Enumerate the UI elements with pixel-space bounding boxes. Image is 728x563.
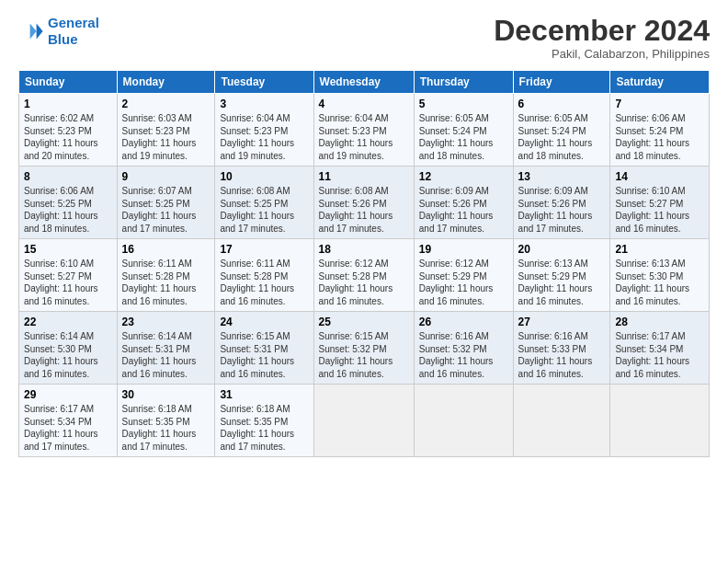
day-number: 21 [615,243,704,256]
day-detail: Sunrise: 6:11 AM Sunset: 5:28 PM Dayligh… [220,258,308,307]
day-detail: Sunrise: 6:07 AM Sunset: 5:25 PM Dayligh… [122,185,210,235]
calendar-cell [513,385,610,457]
calendar-cell: 29Sunrise: 6:17 AM Sunset: 5:34 PM Dayli… [19,385,118,457]
day-number: 28 [615,316,704,328]
day-number: 24 [220,316,308,328]
day-number: 31 [220,388,308,401]
day-detail: Sunrise: 6:16 AM Sunset: 5:33 PM Dayligh… [518,330,606,380]
calendar-cell: 25Sunrise: 6:15 AM Sunset: 5:32 PM Dayli… [313,312,414,385]
calendar-cell: 20Sunrise: 6:13 AM Sunset: 5:29 PM Dayli… [513,239,610,312]
page: General Blue December 2024 Pakil, Calaba… [0,0,728,466]
day-number: 22 [24,316,112,328]
day-detail: Sunrise: 6:14 AM Sunset: 5:31 PM Dayligh… [122,330,210,380]
main-title: December 2024 [494,15,710,47]
calendar-cell: 18Sunrise: 6:12 AM Sunset: 5:28 PM Dayli… [313,239,414,312]
day-number: 8 [24,170,112,183]
calendar-cell [313,385,414,457]
logo-line1: General [48,15,99,30]
day-number: 6 [518,98,606,110]
calendar-cell: 23Sunrise: 6:14 AM Sunset: 5:31 PM Dayli… [117,312,215,385]
day-of-week-header: Thursday [414,71,513,94]
day-detail: Sunrise: 6:04 AM Sunset: 5:23 PM Dayligh… [319,112,409,162]
day-detail: Sunrise: 6:04 AM Sunset: 5:23 PM Dayligh… [220,112,308,162]
day-detail: Sunrise: 6:11 AM Sunset: 5:28 PM Dayligh… [122,258,210,307]
day-number: 19 [419,243,508,256]
calendar-cell: 2Sunrise: 6:03 AM Sunset: 5:23 PM Daylig… [117,94,215,167]
calendar-cell: 27Sunrise: 6:16 AM Sunset: 5:33 PM Dayli… [513,312,610,385]
day-number: 27 [518,316,606,328]
day-number: 12 [419,170,508,183]
day-detail: Sunrise: 6:10 AM Sunset: 5:27 PM Dayligh… [24,258,112,307]
subtitle: Pakil, Calabarzon, Philippines [494,47,710,61]
calendar: SundayMondayTuesdayWednesdayThursdayFrid… [18,70,710,457]
day-number: 13 [518,170,606,183]
day-number: 15 [24,243,112,256]
day-detail: Sunrise: 6:17 AM Sunset: 5:34 PM Dayligh… [24,403,112,453]
calendar-cell: 22Sunrise: 6:14 AM Sunset: 5:30 PM Dayli… [19,312,118,385]
day-number: 7 [615,98,704,110]
day-detail: Sunrise: 6:12 AM Sunset: 5:29 PM Dayligh… [419,258,508,307]
day-number: 29 [24,388,112,401]
svg-marker-1 [30,24,37,40]
svg-marker-0 [37,24,43,40]
calendar-week-row: 15Sunrise: 6:10 AM Sunset: 5:27 PM Dayli… [19,239,710,312]
day-number: 2 [122,98,210,110]
calendar-cell: 24Sunrise: 6:15 AM Sunset: 5:31 PM Dayli… [215,312,313,385]
calendar-cell: 26Sunrise: 6:16 AM Sunset: 5:32 PM Dayli… [414,312,513,385]
day-number: 30 [122,388,210,401]
day-of-week-header: Friday [513,71,610,94]
calendar-body: 1Sunrise: 6:02 AM Sunset: 5:23 PM Daylig… [19,94,710,457]
day-detail: Sunrise: 6:08 AM Sunset: 5:26 PM Dayligh… [319,185,409,235]
day-number: 23 [122,316,210,328]
calendar-cell: 6Sunrise: 6:05 AM Sunset: 5:24 PM Daylig… [513,94,610,167]
logo-icon [18,18,44,44]
calendar-cell: 12Sunrise: 6:09 AM Sunset: 5:26 PM Dayli… [414,167,513,239]
day-number: 20 [518,243,606,256]
calendar-cell: 10Sunrise: 6:08 AM Sunset: 5:25 PM Dayli… [215,167,313,239]
calendar-week-row: 29Sunrise: 6:17 AM Sunset: 5:34 PM Dayli… [19,385,710,457]
day-detail: Sunrise: 6:09 AM Sunset: 5:26 PM Dayligh… [419,185,508,235]
day-detail: Sunrise: 6:10 AM Sunset: 5:27 PM Dayligh… [615,185,704,235]
calendar-cell: 17Sunrise: 6:11 AM Sunset: 5:28 PM Dayli… [215,239,313,312]
day-number: 26 [419,316,508,328]
day-of-week-header: Tuesday [215,71,313,94]
logo-line2: Blue [48,31,78,47]
day-detail: Sunrise: 6:14 AM Sunset: 5:30 PM Dayligh… [24,330,112,380]
day-of-week-row: SundayMondayTuesdayWednesdayThursdayFrid… [19,71,710,94]
calendar-cell: 1Sunrise: 6:02 AM Sunset: 5:23 PM Daylig… [19,94,118,167]
calendar-cell: 21Sunrise: 6:13 AM Sunset: 5:30 PM Dayli… [610,239,710,312]
day-of-week-header: Sunday [19,71,118,94]
calendar-cell: 4Sunrise: 6:04 AM Sunset: 5:23 PM Daylig… [313,94,414,167]
day-detail: Sunrise: 6:06 AM Sunset: 5:25 PM Dayligh… [24,185,112,235]
calendar-week-row: 1Sunrise: 6:02 AM Sunset: 5:23 PM Daylig… [19,94,710,167]
calendar-cell: 16Sunrise: 6:11 AM Sunset: 5:28 PM Dayli… [117,239,215,312]
day-of-week-header: Saturday [610,71,710,94]
calendar-week-row: 22Sunrise: 6:14 AM Sunset: 5:30 PM Dayli… [19,312,710,385]
day-number: 5 [419,98,508,110]
calendar-cell: 9Sunrise: 6:07 AM Sunset: 5:25 PM Daylig… [117,167,215,239]
day-detail: Sunrise: 6:13 AM Sunset: 5:30 PM Dayligh… [615,258,704,307]
calendar-cell: 30Sunrise: 6:18 AM Sunset: 5:35 PM Dayli… [117,385,215,457]
day-detail: Sunrise: 6:12 AM Sunset: 5:28 PM Dayligh… [319,258,409,307]
day-detail: Sunrise: 6:15 AM Sunset: 5:31 PM Dayligh… [220,330,308,380]
day-number: 1 [24,98,112,110]
day-detail: Sunrise: 6:05 AM Sunset: 5:24 PM Dayligh… [518,112,606,162]
calendar-cell: 13Sunrise: 6:09 AM Sunset: 5:26 PM Dayli… [513,167,610,239]
day-number: 14 [615,170,704,183]
day-of-week-header: Monday [117,71,215,94]
day-detail: Sunrise: 6:02 AM Sunset: 5:23 PM Dayligh… [24,112,112,162]
calendar-cell: 15Sunrise: 6:10 AM Sunset: 5:27 PM Dayli… [19,239,118,312]
day-detail: Sunrise: 6:09 AM Sunset: 5:26 PM Dayligh… [518,185,606,235]
header: General Blue December 2024 Pakil, Calaba… [18,15,710,61]
calendar-cell: 19Sunrise: 6:12 AM Sunset: 5:29 PM Dayli… [414,239,513,312]
day-detail: Sunrise: 6:17 AM Sunset: 5:34 PM Dayligh… [615,330,704,380]
day-of-week-header: Wednesday [313,71,414,94]
day-number: 11 [319,170,409,183]
day-number: 4 [319,98,409,110]
calendar-week-row: 8Sunrise: 6:06 AM Sunset: 5:25 PM Daylig… [19,167,710,239]
calendar-cell: 28Sunrise: 6:17 AM Sunset: 5:34 PM Dayli… [610,312,710,385]
day-detail: Sunrise: 6:05 AM Sunset: 5:24 PM Dayligh… [419,112,508,162]
day-detail: Sunrise: 6:06 AM Sunset: 5:24 PM Dayligh… [615,112,704,162]
day-detail: Sunrise: 6:03 AM Sunset: 5:23 PM Dayligh… [122,112,210,162]
calendar-cell: 3Sunrise: 6:04 AM Sunset: 5:23 PM Daylig… [215,94,313,167]
